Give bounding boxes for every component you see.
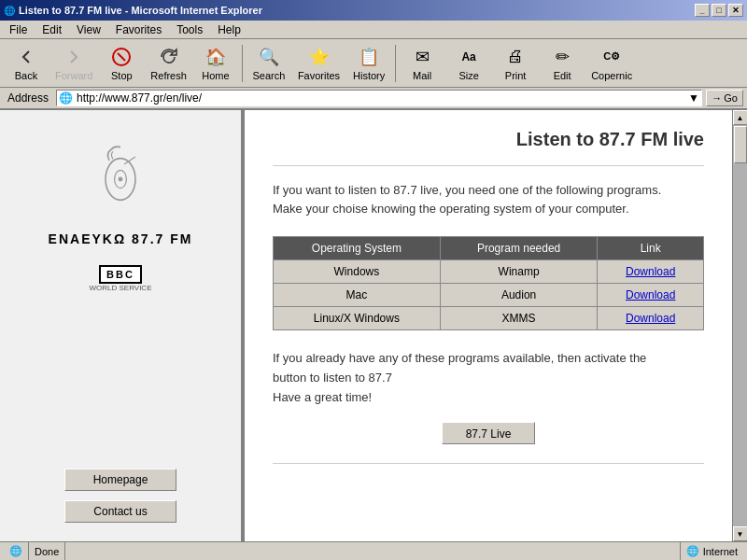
scroll-down-button[interactable]: ▼ [733, 526, 748, 541]
go-label: Go [724, 92, 738, 104]
menu-bar: File Edit View Favorites Tools Help [0, 21, 747, 39]
title-divider [273, 165, 704, 166]
title-bar: 🌐 Listen to 87.7 FM live - Microsoft Int… [0, 0, 747, 21]
size-label: Size [458, 70, 478, 81]
live-button[interactable]: 87.7 Live [442, 422, 535, 444]
mail-icon: ✉ [411, 46, 433, 68]
stop-icon [110, 46, 133, 68]
search-button[interactable]: 🔍 Search [247, 42, 291, 85]
status-page-icon: 🌐 [9, 545, 22, 557]
os-mac: Mac [274, 284, 441, 307]
go-arrow-icon: → [712, 92, 722, 104]
print-button[interactable]: 🖨 Print [493, 42, 538, 85]
scroll-up-button[interactable]: ▲ [733, 110, 748, 125]
close-button[interactable]: ✕ [728, 4, 743, 17]
footer-divider [273, 463, 704, 464]
table-row: Windows Winamp Download [274, 260, 704, 284]
sidebar: ENAEYΚΩ 87.7 FM BBC WORLD SERVICE Homepa… [0, 110, 243, 541]
favorites-button[interactable]: ⭐ Favorites [293, 42, 345, 85]
menu-help[interactable]: Help [210, 21, 248, 38]
stop-label: Stop [111, 70, 133, 81]
back-label: Back [15, 70, 37, 81]
address-bar: Address 🌐 http://www.877.gr/en/live/ ▼ →… [0, 88, 747, 110]
address-input-container: 🌐 http://www.877.gr/en/live/ ▼ [56, 90, 702, 106]
program-audion: Audion [440, 284, 598, 307]
download-mac-link[interactable]: Download [626, 288, 675, 301]
status-bar: 🌐 Done 🌐 Internet [0, 541, 747, 560]
title-icon: 🌐 [4, 6, 15, 16]
col-header-program: Program needed [440, 237, 598, 260]
main-area: ENAEYΚΩ 87.7 FM BBC WORLD SERVICE Homepa… [0, 110, 747, 541]
program-winamp: Winamp [440, 260, 598, 284]
window-title: Listen to 87.7 FM live - Microsoft Inter… [19, 5, 262, 16]
home-button[interactable]: 🏠 Home [193, 42, 238, 85]
address-label: Address [4, 91, 52, 105]
home-icon: 🏠 [204, 46, 227, 68]
status-text: Done [35, 546, 59, 557]
history-button[interactable]: 📋 History [346, 42, 391, 85]
table-row: Linux/X Windows XMMS Download [274, 307, 704, 330]
download-linux-link[interactable]: Download [626, 312, 675, 325]
bbc-subtitle: WORLD SERVICE [90, 284, 152, 292]
go-button[interactable]: → Go [706, 90, 743, 106]
svg-line-1 [118, 53, 125, 61]
back-button[interactable]: Back [4, 42, 49, 85]
contact-button[interactable]: Contact us [64, 500, 176, 523]
menu-favorites[interactable]: Favorites [108, 21, 169, 38]
refresh-button[interactable]: Refresh [146, 42, 191, 85]
table-row: Mac Audion Download [274, 284, 704, 307]
size-button[interactable]: Aa Size [446, 42, 491, 85]
back-icon [15, 46, 37, 68]
home-label: Home [202, 70, 229, 81]
content-note: If you already have any of these program… [273, 349, 704, 407]
edit-icon: ✏ [551, 46, 573, 68]
menu-edit[interactable]: Edit [35, 21, 69, 38]
menu-view[interactable]: View [69, 21, 108, 38]
svg-point-4 [119, 177, 123, 182]
refresh-icon [158, 46, 180, 68]
program-xmms: XMMS [440, 307, 598, 330]
address-icon: 🌐 [59, 91, 73, 105]
sidebar-brand: ENAEYΚΩ 87.7 FM [49, 231, 193, 246]
address-url[interactable]: http://www.877.gr/en/live/ [77, 91, 684, 105]
copernic-label: Copernic [591, 70, 632, 81]
zone-text: Internet [703, 546, 738, 557]
mail-button[interactable]: ✉ Mail [400, 42, 444, 85]
print-label: Print [505, 70, 527, 81]
edit-label: Edit [554, 70, 571, 81]
search-label: Search [252, 70, 285, 81]
size-icon: Aa [458, 46, 480, 68]
scroll-track [733, 125, 747, 526]
col-header-os: Operating System [274, 237, 441, 260]
homepage-button[interactable]: Homepage [64, 469, 176, 491]
programs-table: Operating System Program needed Link Win… [273, 236, 704, 330]
address-dropdown-icon[interactable]: ▼ [688, 91, 699, 105]
zone-icon: 🌐 [686, 545, 699, 557]
edit-button[interactable]: ✏ Edit [540, 42, 585, 85]
scrollbar: ▲ ▼ [732, 110, 747, 541]
scroll-thumb[interactable] [734, 126, 747, 163]
forward-button[interactable]: Forward [50, 42, 97, 85]
copernic-button[interactable]: C⚙ Copernic [586, 42, 637, 85]
menu-file[interactable]: File [2, 21, 35, 38]
search-icon: 🔍 [258, 46, 280, 68]
stop-button[interactable]: Stop [99, 42, 144, 85]
download-windows-link[interactable]: Download [626, 265, 675, 278]
content-description: If you want to listen to 87.7 live, you … [273, 181, 704, 217]
history-icon: 📋 [358, 46, 380, 68]
print-icon: 🖨 [504, 46, 527, 68]
minimize-button[interactable]: _ [695, 4, 710, 17]
page-title: Listen to 87.7 FM live [273, 129, 704, 150]
status-icon-item: 🌐 [4, 542, 29, 560]
os-windows: Windows [274, 260, 441, 284]
refresh-label: Refresh [150, 70, 187, 81]
maximize-button[interactable]: □ [712, 4, 726, 17]
sidebar-logo [74, 129, 167, 222]
toolbar-separator-2 [395, 45, 396, 82]
menu-tools[interactable]: Tools [169, 21, 210, 38]
toolbar: Back Forward Stop Refresh 🏠 Home 🔍 Searc… [0, 39, 747, 88]
mail-label: Mail [413, 70, 431, 81]
favorites-icon: ⭐ [308, 46, 331, 68]
os-linux: Linux/X Windows [274, 307, 441, 330]
status-text-item: Done [29, 542, 65, 560]
